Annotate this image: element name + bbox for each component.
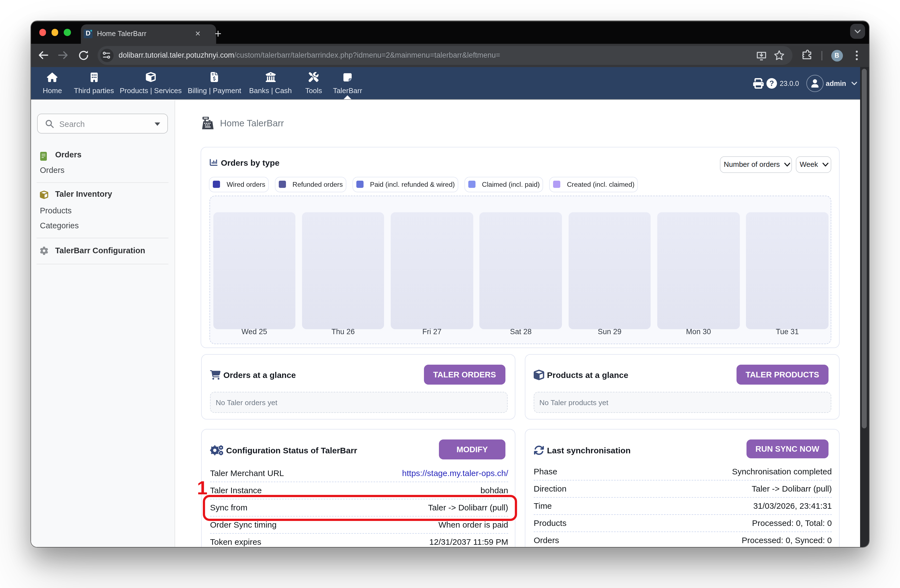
svg-text:?: ? [769,79,774,88]
